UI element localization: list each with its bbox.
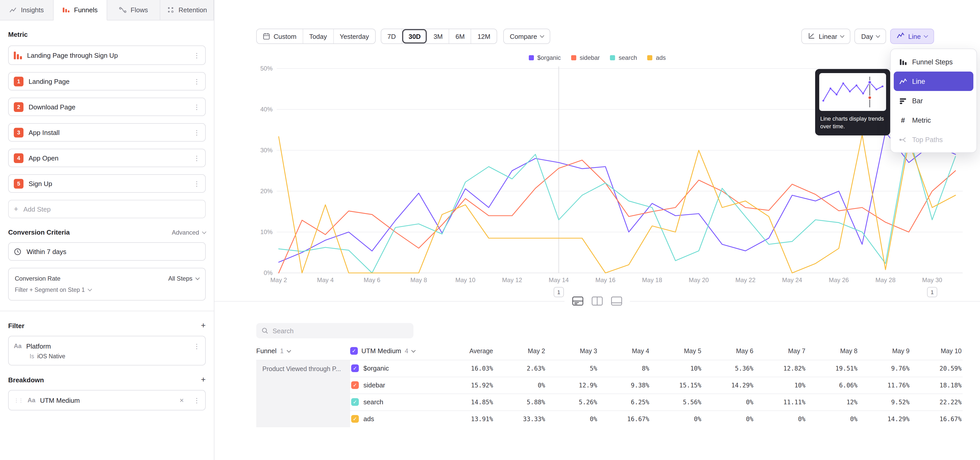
custom-date-button[interactable]: Custom bbox=[257, 29, 303, 43]
kebab-menu-icon[interactable] bbox=[193, 51, 200, 59]
chart-legend: $organicsidebarsearchads bbox=[215, 54, 980, 61]
filter-segment-dropdown[interactable]: Filter + Segment on Step 1 bbox=[15, 287, 91, 293]
date-column-header: May 4 bbox=[598, 342, 650, 360]
funnel-step-sign-up[interactable]: 5Sign Up bbox=[8, 174, 206, 193]
menu-item-metric[interactable]: #Metric bbox=[894, 110, 974, 130]
funnel-name: Landing Page through Sign Up bbox=[27, 51, 188, 59]
legend-item-search[interactable]: search bbox=[610, 54, 637, 61]
funnel-name-cell[interactable]: Product Viewed through P... bbox=[256, 360, 350, 427]
legend-item-sidebar[interactable]: sidebar bbox=[571, 54, 600, 61]
kebab-menu-icon[interactable] bbox=[193, 77, 200, 85]
cell-value: 6.25% bbox=[598, 394, 650, 410]
all-steps-dropdown[interactable]: All Steps bbox=[168, 275, 199, 282]
drag-handle-icon[interactable] bbox=[14, 398, 23, 403]
table-row-search: search14.85%5.88%5.26%6.25%5.56%0%11.11%… bbox=[256, 394, 963, 410]
cell-value: 0% bbox=[546, 410, 598, 427]
menu-item-line[interactable]: Line bbox=[894, 72, 974, 91]
series-checkbox[interactable] bbox=[351, 381, 359, 389]
kebab-menu-icon[interactable] bbox=[193, 154, 200, 162]
chevron-down-icon bbox=[540, 34, 544, 38]
tab-insights[interactable]: Insights bbox=[0, 0, 54, 21]
conversion-rate-card: Conversion Rate All Steps Filter + Segme… bbox=[8, 268, 206, 300]
cell-value: 6.06% bbox=[807, 377, 859, 394]
series-checkbox[interactable] bbox=[351, 364, 359, 372]
checkbox-checked[interactable] bbox=[350, 347, 358, 355]
tab-flows[interactable]: Flows bbox=[107, 0, 161, 21]
date-column-header: May 9 bbox=[859, 342, 911, 360]
today-button[interactable]: Today bbox=[303, 29, 334, 43]
funnel-step-app-open[interactable]: 4App Open bbox=[8, 149, 206, 167]
line-chart-icon bbox=[897, 32, 905, 41]
menu-item-funnel-steps[interactable]: Funnel Steps bbox=[894, 52, 974, 72]
range-button-3m[interactable]: 3M bbox=[428, 29, 449, 43]
query-sidebar: Metric Landing Page through Sign Up 1Lan… bbox=[0, 21, 214, 460]
add-step-button[interactable]: Add Step bbox=[8, 200, 206, 218]
plus-icon bbox=[14, 204, 18, 214]
search-icon bbox=[261, 327, 269, 334]
interval-dropdown[interactable]: Day bbox=[855, 29, 886, 44]
add-filter-button[interactable] bbox=[201, 321, 206, 330]
advanced-dropdown[interactable]: Advanced bbox=[172, 229, 206, 236]
funnel-step-app-install[interactable]: 3App Install bbox=[8, 123, 206, 142]
cell-value: 9.38% bbox=[598, 377, 650, 394]
cell-value: 5.36% bbox=[702, 360, 754, 377]
cell-value: 8% bbox=[598, 360, 650, 377]
conversion-window-card[interactable]: Within 7 days bbox=[8, 242, 206, 261]
kebab-menu-icon[interactable] bbox=[193, 180, 200, 187]
range-button-7d[interactable]: 7D bbox=[381, 29, 402, 43]
legend-item-ads[interactable]: ads bbox=[647, 54, 666, 61]
funnel-metric-card[interactable]: Landing Page through Sign Up bbox=[8, 45, 206, 65]
filter-card[interactable]: Aa Platform Is iOS Native bbox=[8, 336, 206, 366]
range-button-6m[interactable]: 6M bbox=[449, 29, 471, 43]
kebab-menu-icon[interactable] bbox=[193, 396, 200, 404]
cell-value: 9.76% bbox=[859, 360, 911, 377]
cell-value: 10% bbox=[650, 360, 702, 377]
range-button-12m[interactable]: 12M bbox=[471, 29, 496, 43]
breakdown-card[interactable]: Aa UTM Medium bbox=[8, 390, 206, 410]
side-by-side-layout-icon[interactable] bbox=[590, 295, 605, 307]
svg-text:0%: 0% bbox=[264, 269, 272, 276]
kebab-menu-icon[interactable] bbox=[193, 342, 200, 350]
chart-and-table-layout-icon[interactable] bbox=[571, 295, 585, 307]
series-checkbox[interactable] bbox=[351, 415, 359, 423]
cell-value: 14.29% bbox=[702, 377, 754, 394]
kebab-menu-icon[interactable] bbox=[193, 103, 200, 111]
tab-funnels[interactable]: Funnels bbox=[54, 0, 107, 21]
svg-text:20%: 20% bbox=[260, 188, 272, 195]
close-icon[interactable] bbox=[180, 396, 184, 404]
string-type-icon: Aa bbox=[27, 397, 35, 404]
retention-icon bbox=[167, 6, 175, 14]
add-breakdown-button[interactable] bbox=[201, 376, 206, 384]
funnel-column-header[interactable]: Funnel 1 bbox=[256, 342, 350, 360]
svg-text:May 8: May 8 bbox=[410, 276, 427, 283]
compare-dropdown[interactable]: Compare bbox=[503, 29, 550, 44]
range-button-30d[interactable]: 30D bbox=[402, 29, 428, 43]
calendar-icon bbox=[263, 33, 270, 40]
filter-value[interactable]: iOS Native bbox=[37, 353, 65, 359]
search-box[interactable] bbox=[256, 323, 414, 339]
cell-value: 11.76% bbox=[859, 377, 911, 394]
tab-retention[interactable]: Retention bbox=[161, 0, 214, 21]
funnel-step-download-page[interactable]: 2Download Page bbox=[8, 97, 206, 116]
cell-value: 5.88% bbox=[494, 394, 546, 410]
funnel-step-landing-page[interactable]: 1Landing Page bbox=[8, 72, 206, 91]
kebab-menu-icon[interactable] bbox=[193, 129, 200, 136]
table-only-layout-icon[interactable] bbox=[609, 295, 624, 307]
cell-value: 12.82% bbox=[754, 360, 807, 377]
app-root: Insights Funnels Flows Retention bbox=[0, 0, 980, 460]
step-number-badge: 2 bbox=[14, 102, 24, 112]
chart-type-dropdown[interactable]: Line bbox=[891, 29, 934, 44]
legend-item-organic[interactable]: $organic bbox=[528, 54, 561, 61]
search-input[interactable] bbox=[272, 327, 408, 334]
scale-dropdown[interactable]: Linear bbox=[801, 29, 850, 44]
menu-item-bar[interactable]: Bar bbox=[894, 91, 974, 110]
cell-value: 16.67% bbox=[598, 410, 650, 427]
chevron-down-icon bbox=[876, 34, 880, 38]
line-preview-chart bbox=[819, 73, 886, 111]
cell-value: 5.26% bbox=[546, 394, 598, 410]
series-checkbox[interactable] bbox=[351, 398, 359, 406]
breakdown-column-header[interactable]: UTM Medium 4 bbox=[350, 342, 438, 360]
step-number-badge: 1 bbox=[14, 77, 24, 86]
chevron-down-icon bbox=[88, 287, 92, 291]
yesterday-button[interactable]: Yesterday bbox=[334, 29, 375, 43]
